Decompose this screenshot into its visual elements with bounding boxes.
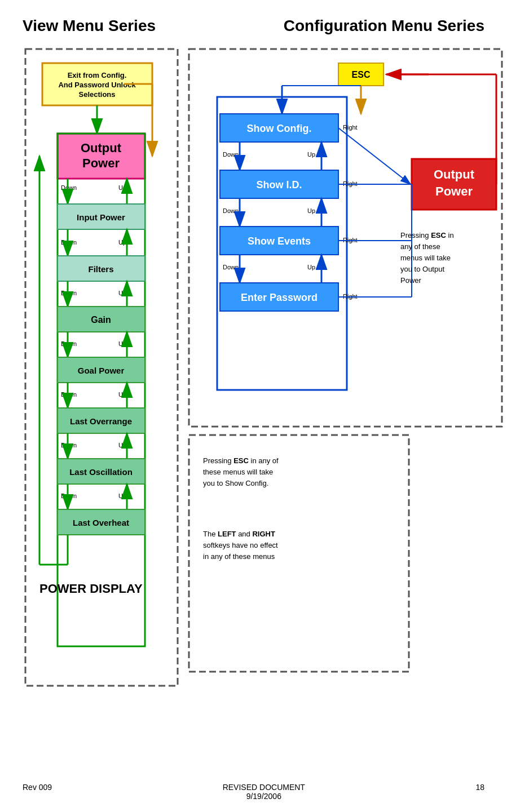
svg-text:Down: Down — [61, 239, 77, 246]
svg-text:Up: Up — [307, 264, 315, 270]
svg-text:Show Config.: Show Config. — [247, 123, 312, 134]
svg-text:Gain: Gain — [91, 315, 111, 325]
svg-text:POWER DISPLAY: POWER DISPLAY — [39, 582, 143, 596]
svg-text:Down: Down — [61, 492, 77, 499]
footer-right: 18 — [475, 783, 484, 801]
footer-center-line2: 9/19/2006 — [223, 792, 305, 801]
footer: Rev 009 REVISED DOCUMENT 9/19/2006 18 — [0, 783, 507, 801]
svg-text:The LEFT and RIGHT: The LEFT and RIGHT — [203, 530, 275, 538]
svg-text:softkeys have no effect: softkeys have no effect — [203, 541, 278, 549]
svg-text:Power: Power — [82, 156, 120, 170]
svg-text:Show I.D.: Show I.D. — [257, 179, 302, 190]
svg-text:Output: Output — [434, 167, 475, 181]
svg-text:Up: Up — [118, 340, 126, 347]
footer-left: Rev 009 — [23, 783, 52, 801]
svg-text:Down: Down — [61, 442, 77, 449]
header: View Menu Series Configuration Menu Seri… — [11, 11, 496, 46]
left-title: View Menu Series — [23, 17, 156, 35]
svg-text:Up: Up — [118, 290, 126, 296]
footer-center: REVISED DOCUMENT 9/19/2006 — [223, 783, 305, 801]
svg-text:Up: Up — [118, 492, 126, 499]
svg-text:Down: Down — [223, 207, 239, 214]
svg-text:any of these: any of these — [400, 242, 440, 251]
main-diagram: Exit from Config. And Password Unlock Se… — [23, 46, 507, 722]
svg-text:Down: Down — [61, 184, 77, 191]
svg-text:Last Oscillation: Last Oscillation — [69, 467, 133, 477]
page-container: View Menu Series Configuration Menu Seri… — [0, 0, 507, 812]
svg-text:Enter Password: Enter Password — [241, 292, 318, 303]
svg-text:these menus will take: these menus will take — [203, 468, 273, 476]
svg-text:you to Output: you to Output — [400, 265, 444, 273]
svg-text:Last Overrange: Last Overrange — [70, 416, 132, 426]
svg-text:Goal Power: Goal Power — [78, 366, 125, 375]
svg-text:menus will take: menus will take — [400, 254, 451, 262]
svg-text:Up: Up — [307, 151, 315, 158]
svg-text:Down: Down — [223, 264, 239, 270]
svg-text:Exit from Config.: Exit from Config. — [68, 71, 127, 79]
svg-text:Up: Up — [118, 184, 126, 191]
diagram-container: Exit from Config. And Password Unlock Se… — [11, 46, 507, 724]
svg-text:Last Overheat: Last Overheat — [73, 518, 129, 527]
svg-text:Right: Right — [343, 124, 358, 131]
svg-text:Selections: Selections — [78, 90, 115, 99]
right-title: Configuration Menu Series — [284, 17, 484, 35]
svg-text:Up: Up — [118, 391, 126, 398]
svg-text:Up: Up — [118, 442, 126, 449]
svg-text:Down: Down — [61, 290, 77, 296]
svg-text:Power: Power — [400, 276, 422, 285]
svg-text:Down: Down — [61, 391, 77, 398]
svg-text:ESC: ESC — [352, 70, 371, 79]
svg-text:Filters: Filters — [88, 264, 113, 274]
svg-text:Down: Down — [223, 151, 239, 158]
svg-text:Output: Output — [81, 141, 122, 155]
svg-text:Up: Up — [307, 207, 315, 214]
svg-text:you to Show Config.: you to Show Config. — [203, 479, 268, 487]
svg-text:Up: Up — [118, 239, 126, 246]
svg-text:Pressing ESC in any of: Pressing ESC in any of — [203, 456, 279, 465]
svg-text:Power: Power — [435, 184, 473, 198]
svg-text:Down: Down — [61, 340, 77, 347]
svg-text:Input Power: Input Power — [77, 212, 125, 222]
footer-center-line1: REVISED DOCUMENT — [223, 783, 305, 792]
svg-text:in any of these menus: in any of these menus — [203, 552, 275, 561]
svg-text:Pressing ESC in: Pressing ESC in — [400, 231, 454, 239]
svg-text:Show Events: Show Events — [248, 236, 311, 247]
svg-line-75 — [338, 128, 411, 184]
